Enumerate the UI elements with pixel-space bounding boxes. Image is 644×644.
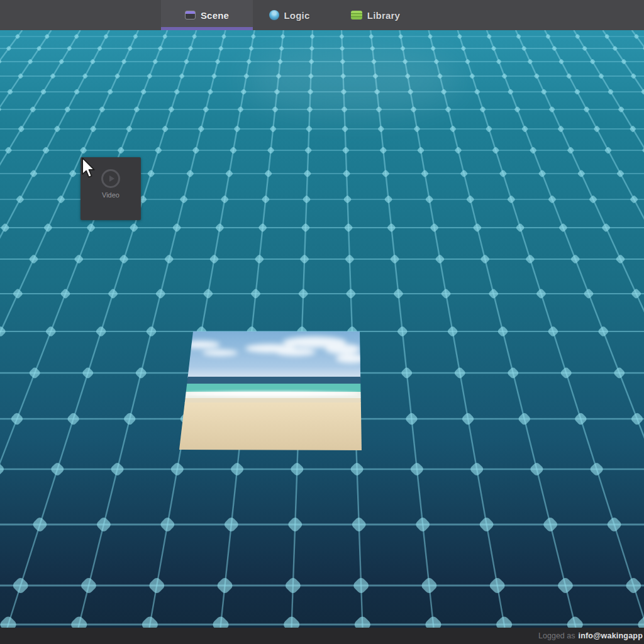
sand <box>176 402 365 450</box>
ocean-shallow <box>176 384 365 392</box>
logged-as-label: Logged as <box>538 631 575 640</box>
scene-icon <box>185 11 196 19</box>
video-widget-card[interactable]: Video <box>80 157 141 220</box>
tab-scene-label: Scene <box>201 10 229 21</box>
tab-library[interactable]: Library <box>338 0 413 30</box>
scene-viewport[interactable]: Video <box>0 30 644 628</box>
ocean-deep <box>176 377 365 384</box>
beach-image-object[interactable] <box>176 331 366 450</box>
tab-logic-label: Logic <box>284 10 310 21</box>
library-icon <box>351 11 362 19</box>
tab-logic[interactable]: Logic <box>257 0 322 30</box>
ground-grid <box>0 30 644 628</box>
video-widget-label: Video <box>80 191 141 199</box>
status-bar: Logged as info@wakingapp <box>0 628 644 644</box>
top-bar: Scene Logic Library <box>0 0 644 30</box>
horizon-haze <box>245 46 459 115</box>
play-circle-icon <box>101 169 120 188</box>
logic-icon <box>269 10 279 20</box>
play-triangle-icon <box>109 175 114 182</box>
logged-in-email: info@wakingapp <box>579 631 643 640</box>
tab-library-label: Library <box>367 10 400 21</box>
mouse-cursor-icon <box>80 157 97 180</box>
tab-scene[interactable]: Scene <box>161 0 253 30</box>
scene-canvas <box>0 30 644 628</box>
